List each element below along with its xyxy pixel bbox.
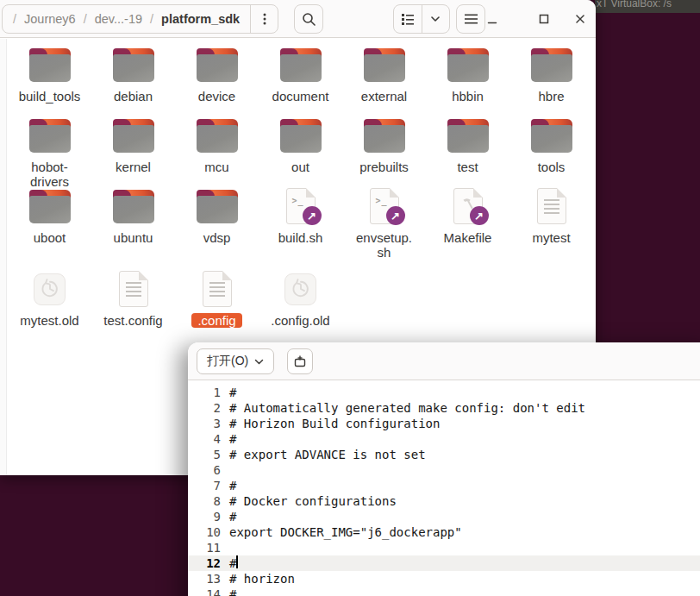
file-item-build.sh[interactable]: >_↗build.​sh [259, 186, 342, 245]
folder-item-device[interactable]: device [175, 45, 259, 104]
folder-icon [447, 119, 489, 153]
item-icon-box [280, 116, 322, 155]
item-label: mytest [532, 230, 570, 245]
text-editor-window: 打开(O) 1#2# Automatically generated make … [188, 342, 700, 596]
line-text: # [229, 478, 236, 493]
folder-item-build_tools[interactable]: build_tools [8, 45, 91, 104]
item-icon-box [197, 186, 238, 226]
folder-item-vdsp[interactable]: vdsp [175, 186, 259, 245]
line-number: 5 [188, 447, 221, 462]
item-icon-box [203, 269, 232, 309]
folder-item-hbbin[interactable]: hbbin [426, 45, 509, 104]
path-bar: /Journey6/dev...-19/platform_sdk [2, 4, 278, 34]
new-tab-icon [293, 354, 307, 368]
folder-item-uboot[interactable]: uboot [8, 186, 91, 245]
search-button[interactable] [294, 4, 323, 34]
item-icon-box [531, 45, 572, 85]
close-button[interactable] [567, 6, 593, 32]
item-label: tools [538, 160, 566, 174]
item-label: device [198, 89, 235, 104]
folder-item-kernel[interactable]: kernel [91, 116, 175, 174]
search-icon [302, 12, 316, 27]
item-label: debian [114, 89, 153, 104]
folder-item-ubuntu[interactable]: ubuntu [91, 186, 175, 245]
breadcrumb: /Journey6/dev...-19/platform_sdk [3, 5, 250, 33]
line-number: 12 [188, 555, 221, 571]
background-terminal-titlebar[interactable]: xT VirtualBox: /s [595, 0, 700, 13]
maximize-button[interactable] [531, 6, 557, 32]
editor-text-area[interactable]: 1#2# Automatically generated make config… [188, 380, 700, 596]
new-tab-button[interactable] [287, 348, 313, 374]
line-text: # [229, 555, 236, 571]
minimize-button[interactable] [479, 6, 505, 32]
item-label: mcu [204, 160, 228, 174]
item-label: prebuilts [359, 160, 409, 174]
folder-icon [197, 190, 238, 223]
folder-item-out[interactable]: out [259, 116, 342, 174]
item-icon-box [364, 116, 405, 155]
folder-item-mcu[interactable]: mcu [175, 116, 259, 174]
item-label: external [361, 89, 407, 104]
chevron-down-icon [254, 359, 264, 365]
text-file-icon [537, 188, 566, 224]
folder-item-hobot-drivers[interactable]: hobot-drivers [8, 116, 91, 189]
text-cursor [236, 555, 238, 568]
backup-file-icon [284, 273, 316, 305]
item-icon-box [119, 269, 148, 309]
file-item-mytest[interactable]: mytest [509, 186, 593, 245]
breadcrumb-segment[interactable]: platform_sdk [161, 12, 240, 26]
item-label: hobot-drivers [16, 160, 84, 189]
file-item-.config[interactable]: .​config [175, 269, 259, 328]
folder-icon [29, 119, 71, 153]
shell-script-icon: >_↗ [286, 188, 316, 224]
editor-line: 14# [188, 587, 700, 596]
list-view-button[interactable] [394, 5, 422, 33]
editor-line: 5# export ADVANCE is not set [188, 447, 700, 462]
item-icon-box [113, 45, 154, 85]
item-label: hbre [538, 89, 564, 104]
item-icon-box [447, 116, 489, 155]
folder-icon [280, 119, 322, 153]
folder-item-debian[interactable]: debian [91, 45, 175, 104]
folder-item-prebuilts[interactable]: prebuilts [342, 116, 426, 174]
folder-icon [364, 119, 405, 153]
line-text: # [229, 431, 236, 447]
breadcrumb-separator: / [150, 12, 153, 26]
line-number: 6 [188, 462, 221, 478]
item-label: out [291, 160, 309, 174]
item-label: test.​config [103, 313, 162, 328]
line-text: export DOCKER_IMG="j6_dockerapp" [229, 524, 462, 540]
file-item-test.config[interactable]: test.​config [91, 269, 175, 328]
file-item-Makefile[interactable]: ↗Makefile [426, 186, 509, 245]
close-icon [574, 13, 586, 25]
editor-line: 12# [188, 555, 700, 571]
path-options-button[interactable] [251, 5, 278, 33]
sidebar-edge [0, 39, 7, 475]
backup-file-icon [34, 273, 66, 305]
folder-icon [29, 48, 71, 82]
folder-icon [447, 48, 489, 82]
item-label: ubuntu [114, 230, 153, 245]
text-file-icon [119, 271, 148, 307]
file-item-envsetup.sh[interactable]: >_↗envsetup.​sh [342, 186, 426, 260]
file-item-mytest.old[interactable]: mytest.​old [8, 269, 91, 328]
folder-item-document[interactable]: document [259, 45, 342, 104]
item-icon-box [197, 116, 238, 155]
folder-item-hbre[interactable]: hbre [509, 45, 593, 104]
folder-item-tools[interactable]: tools [509, 116, 593, 174]
background-terminal-title: xT VirtualBox: /s [597, 0, 672, 9]
folder-icon [197, 48, 238, 82]
breadcrumb-segment[interactable]: Journey6 [24, 12, 76, 26]
item-icon-box [280, 45, 322, 85]
breadcrumb-segment[interactable]: dev...-19 [95, 12, 142, 26]
item-label: kernel [116, 160, 151, 174]
file-item-.config.old[interactable]: .​config.​old [259, 269, 342, 328]
folder-item-external[interactable]: external [342, 45, 426, 104]
open-document-button[interactable]: 打开(O) [197, 348, 274, 374]
line-number: 2 [188, 400, 221, 416]
view-options-dropdown[interactable] [422, 5, 449, 33]
line-number: 1 [188, 385, 221, 400]
line-number: 9 [188, 509, 221, 524]
folder-item-test[interactable]: test [426, 116, 509, 174]
editor-line: 1# [188, 385, 700, 400]
